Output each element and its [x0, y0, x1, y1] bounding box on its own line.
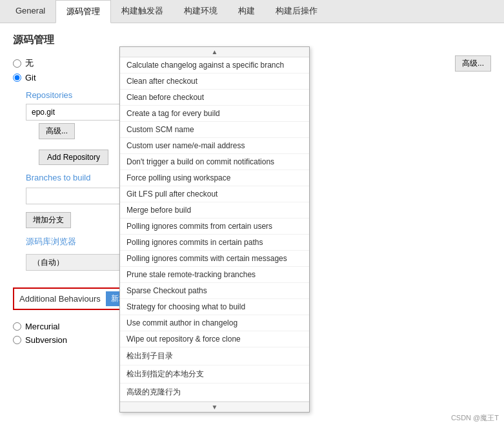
dropdown-item-0[interactable]: Calculate changelog against a specific b… [120, 57, 309, 73]
dropdown-item-4[interactable]: Custom SCM name [120, 122, 309, 138]
tab-source[interactable]: 源码管理 [55, 0, 111, 23]
dropdown-item-19[interactable]: 检出到指定的本地分支 [120, 365, 309, 384]
tab-general[interactable]: General [5, 0, 55, 23]
dropdown-item-9[interactable]: Merge before build [120, 202, 309, 219]
dropdown-item-15[interactable]: Strategy for choosing what to build [120, 299, 309, 315]
top-nav-bar: General 源码管理 构建触发器 构建环境 构建 构建后操作 [0, 0, 504, 23]
tab-build[interactable]: 构建 [228, 0, 265, 23]
dropdown-item-13[interactable]: Prune stale remote-tracking branches [120, 267, 309, 283]
radio-none-input[interactable] [13, 59, 21, 68]
repo-advanced-button[interactable]: 高级... [39, 123, 75, 139]
additional-label: Additional Behaviours [19, 294, 101, 304]
radio-git-input[interactable] [13, 73, 21, 82]
dropdown-item-7[interactable]: Force polling using workspace [120, 170, 309, 186]
dropdown-item-11[interactable]: Polling ignores commits in certain paths [120, 235, 309, 251]
add-repository-button[interactable]: Add Repository [39, 150, 108, 165]
dropdown-item-14[interactable]: Sparse Checkout paths [120, 283, 309, 299]
dropdown-scroll-up[interactable]: ▲ [120, 47, 309, 57]
radio-mercurial-input[interactable] [13, 322, 21, 331]
dropdown-menu: ▲ Calculate changelog against a specific… [119, 46, 310, 413]
main-content: 高级... 源码管理 无 Git Repositories ? 高级... Ad… [0, 23, 504, 428]
radio-subversion-input[interactable] [13, 336, 21, 344]
tab-env[interactable]: 构建环境 [174, 0, 228, 23]
dropdown-item-2[interactable]: Clean before checkout [120, 90, 309, 106]
dropdown-item-3[interactable]: Create a tag for every build [120, 106, 309, 122]
radio-mercurial-label: Mercurial [25, 322, 59, 331]
dropdown-item-6[interactable]: Don't trigger a build on commit notifica… [120, 154, 309, 170]
dropdown-item-17[interactable]: Wipe out repository & force clone [120, 331, 309, 347]
advanced-top-button[interactable]: 高级... [455, 55, 491, 72]
radio-subversion-label: Subversion [25, 335, 67, 345]
dropdown-item-5[interactable]: Custom user name/e-mail address [120, 138, 309, 154]
radio-git-label: Git [25, 73, 36, 83]
section-title: 源码管理 [13, 34, 491, 47]
dropdown-item-8[interactable]: Git LFS pull after checkout [120, 186, 309, 202]
tab-triggers[interactable]: 构建触发器 [111, 0, 174, 23]
dropdown-items-container: Calculate changelog against a specific b… [120, 57, 309, 402]
radio-none-label: 无 [25, 57, 34, 69]
dropdown-item-16[interactable]: Use commit author in changelog [120, 315, 309, 331]
add-branch-button[interactable]: 增加分支 [26, 212, 71, 228]
dropdown-item-1[interactable]: Clean after checkout [120, 73, 309, 90]
watermark: CSDN @魔王T [451, 413, 499, 423]
dropdown-item-18[interactable]: 检出到子目录 [120, 347, 309, 365]
dropdown-item-12[interactable]: Polling ignores commits with certain mes… [120, 251, 309, 267]
dropdown-item-10[interactable]: Polling ignores commits from certain use… [120, 219, 309, 235]
tab-post[interactable]: 构建后操作 [265, 0, 328, 23]
dropdown-item-20[interactable]: 高级的克隆行为 [120, 384, 309, 402]
dropdown-scroll-down[interactable]: ▼ [120, 402, 309, 412]
